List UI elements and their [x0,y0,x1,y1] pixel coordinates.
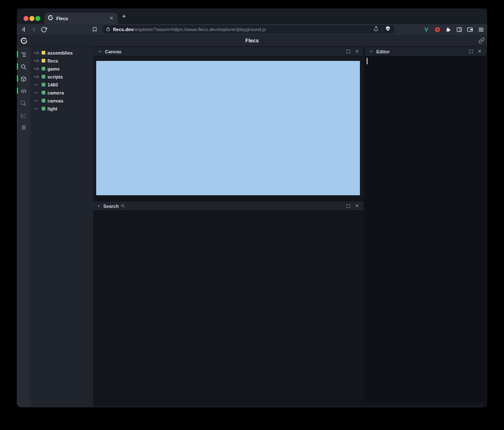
vue-devtools-extension-icon[interactable]: V [423,25,430,34]
entity-color-square [42,59,45,63]
entity-tree: assemblies flecs [30,47,93,407]
divider [382,27,382,32]
reload-button[interactable] [40,26,47,33]
tree-row[interactable]: assemblies [30,49,93,57]
entity-color-square [42,107,45,110]
entity-label[interactable]: camera [47,90,64,95]
sidebar-search-icon[interactable] [17,61,30,72]
page-title: Flecs [17,38,487,44]
entity-color-square [42,75,45,79]
canvas-panel-title: Canvas [105,49,343,54]
menu-hamburger-icon[interactable] [477,25,485,34]
brave-shield-icon[interactable] [385,26,391,33]
canvas-panel-header: Canvas ✕ [93,47,363,56]
entity-label[interactable]: light [47,106,58,111]
close-icon[interactable]: ✕ [354,48,360,55]
editor-panel-title: Editor [376,49,465,54]
active-indicator [17,63,18,70]
browser-window: Flecs ✕ + flecs.dev/explorer/?wasm=https… [17,8,487,407]
tree-row[interactable]: flecs [30,57,93,65]
entity-label[interactable]: assemblies [47,50,73,55]
fullscreen-icon[interactable] [467,48,474,55]
expand-arrow-icon[interactable] [34,59,39,63]
tree-row[interactable]: scripts [30,73,93,81]
url-path: /explorer/?wasm=https://www.flecs.dev/ex… [134,27,266,32]
bookmark-icon[interactable] [91,26,98,33]
sidebar-tables-icon[interactable] [17,122,30,133]
close-icon[interactable]: ✕ [354,203,360,210]
expand-arrow-icon[interactable] [34,67,39,71]
share-icon[interactable] [373,26,379,33]
editor-panel-header: Editor ✕ [365,47,486,56]
collapse-chevron-icon[interactable] [96,48,103,55]
app-content: assemblies flecs [17,47,487,407]
leaf-dash-icon [34,99,39,102]
tab-favicon-flecs-logo-icon [47,15,53,22]
active-indicator [17,87,18,94]
back-button[interactable] [20,26,28,33]
collapse-chevron-icon[interactable] [368,48,374,55]
forward-button[interactable] [30,26,38,33]
entity-color-square [42,91,45,94]
entity-label[interactable]: game [47,66,60,71]
leaf-dash-icon [34,107,39,110]
new-tab-button[interactable]: + [122,12,126,21]
extension-cluster: V [423,25,485,34]
red-extension-icon[interactable] [433,25,441,34]
tree-row[interactable]: light [30,105,93,113]
url-bar[interactable]: flecs.dev/explorer/?wasm=https://www.fle… [102,25,394,34]
editor-text-area[interactable] [365,56,486,402]
sidebar-inspector-icon[interactable] [17,98,30,108]
tab-close-icon[interactable]: ✕ [109,16,114,21]
active-indicator [17,51,18,58]
url-text: flecs.dev/explorer/?wasm=https://www.fle… [113,27,371,32]
entity-label[interactable]: flecs [47,58,58,63]
minimize-window-button[interactable] [29,16,34,21]
canvas-panel-body [93,56,363,197]
browser-tab[interactable]: Flecs ✕ [44,13,118,24]
sidebar-code-icon[interactable] [17,86,30,96]
collapsed-bullet-icon[interactable]: • [96,203,101,209]
entity-color-square [42,51,45,55]
canvas-panel: Canvas ✕ [93,47,363,197]
sidebar-tree-view-icon[interactable] [17,49,30,60]
maximize-window-button[interactable] [35,16,40,21]
flecs-logo-icon[interactable] [20,37,28,46]
search-panel-header: • Search ✕ [93,202,363,211]
tree-row[interactable]: game [30,65,93,73]
leaf-dash-icon [34,91,39,94]
tree-row[interactable]: camera [30,89,93,97]
entity-label[interactable]: scripts [47,74,63,79]
browser-toolbar: flecs.dev/explorer/?wasm=https://www.fle… [17,24,487,35]
render-canvas[interactable] [96,60,360,196]
entity-color-square [42,67,45,71]
entity-label[interactable]: canvas [47,98,63,103]
active-indicator [17,75,18,82]
share-link-icon[interactable] [478,37,485,45]
sidebar-entities-cube-icon[interactable] [17,73,30,84]
search-magnifier-icon [121,202,125,210]
close-icon[interactable]: ✕ [476,48,483,55]
fullscreen-icon[interactable] [345,48,352,55]
entity-label[interactable]: 1460 [47,82,58,87]
expand-arrow-icon[interactable] [34,51,39,55]
tab-title: Flecs [56,16,106,21]
url-host: flecs.dev [113,27,134,32]
text-cursor [367,58,368,64]
sidebar-toggle-icon[interactable] [455,25,463,34]
entity-color-square [42,99,45,102]
close-window-button[interactable] [24,16,29,21]
extensions-puzzle-icon[interactable] [444,25,452,34]
main-area: Canvas ✕ • Search [93,47,487,407]
expand-arrow-icon[interactable] [34,75,39,79]
icon-sidebar [17,47,30,407]
tree-row[interactable]: 1460 [30,81,93,89]
sidebar-statistics-icon[interactable] [17,110,30,121]
leaf-dash-icon [34,83,39,87]
wallet-icon[interactable] [466,25,474,34]
fullscreen-icon[interactable] [345,203,352,210]
search-panel-title: Search [103,204,119,209]
editor-panel: Editor ✕ [365,47,486,402]
tree-row[interactable]: canvas [30,97,93,105]
entity-color-square [42,83,45,87]
